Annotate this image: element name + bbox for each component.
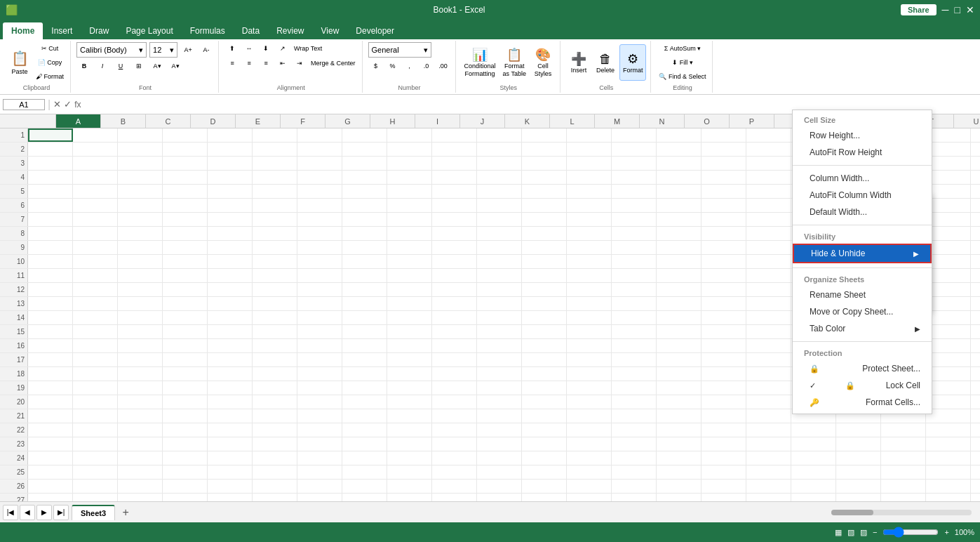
- cell-Q19[interactable]: [746, 381, 791, 395]
- cell-E6[interactable]: [208, 199, 253, 212]
- cell-L8[interactable]: [522, 227, 567, 240]
- sheet-nav-first[interactable]: |◀: [3, 505, 18, 520]
- cell-L19[interactable]: [522, 381, 567, 395]
- cell-Q8[interactable]: [746, 227, 791, 240]
- cell-L23[interactable]: [522, 437, 567, 451]
- cell-L2[interactable]: [522, 143, 567, 156]
- col-header-D[interactable]: D: [191, 114, 236, 128]
- cell-G16[interactable]: [297, 339, 342, 352]
- cell-U4[interactable]: [926, 171, 971, 184]
- cell-B9[interactable]: [73, 241, 118, 254]
- tab-view[interactable]: View: [313, 22, 348, 39]
- cell-O2[interactable]: [657, 143, 702, 156]
- cell-Q25[interactable]: [746, 465, 791, 479]
- sheet-nav-last[interactable]: ▶|: [53, 505, 69, 520]
- font-grow-button[interactable]: A+: [180, 44, 196, 56]
- col-header-U[interactable]: U: [954, 114, 980, 128]
- formula-input[interactable]: [87, 100, 978, 110]
- cell-C27[interactable]: [118, 494, 163, 501]
- cell-U3[interactable]: [926, 157, 971, 170]
- cell-H18[interactable]: [342, 367, 387, 381]
- cell-E22[interactable]: [208, 423, 253, 437]
- cell-U16[interactable]: [926, 339, 971, 352]
- cell-D21[interactable]: [163, 409, 208, 423]
- cell-G14[interactable]: [297, 311, 342, 324]
- cell-G17[interactable]: [297, 353, 342, 366]
- cell-C23[interactable]: [118, 437, 163, 451]
- cell-K1[interactable]: [477, 128, 522, 142]
- cell-Q23[interactable]: [746, 437, 791, 451]
- cell-F10[interactable]: [253, 255, 297, 268]
- cell-N21[interactable]: [612, 409, 657, 423]
- cell-B7[interactable]: [73, 213, 118, 226]
- cell-G18[interactable]: [297, 367, 342, 381]
- cell-K6[interactable]: [477, 199, 522, 212]
- col-header-C[interactable]: C: [146, 114, 191, 128]
- cell-N3[interactable]: [612, 157, 657, 170]
- cell-F18[interactable]: [253, 367, 297, 381]
- cell-U11[interactable]: [926, 269, 971, 282]
- cell-L11[interactable]: [522, 269, 567, 282]
- cell-M11[interactable]: [567, 269, 612, 282]
- cell-M8[interactable]: [567, 227, 612, 240]
- cell-B11[interactable]: [73, 269, 118, 282]
- cell-H14[interactable]: [342, 311, 387, 324]
- cell-I10[interactable]: [387, 255, 432, 268]
- cell-U10[interactable]: [926, 255, 971, 268]
- cell-I25[interactable]: [387, 465, 432, 479]
- cell-M24[interactable]: [567, 451, 612, 465]
- cell-F2[interactable]: [253, 143, 297, 156]
- cell-A1[interactable]: [28, 128, 73, 142]
- cell-U20[interactable]: [926, 395, 971, 409]
- cell-F5[interactable]: [253, 185, 297, 198]
- cell-D11[interactable]: [163, 269, 208, 282]
- cell-I1[interactable]: [387, 128, 432, 142]
- cell-H2[interactable]: [342, 143, 387, 156]
- cell-B15[interactable]: [73, 325, 118, 338]
- cell-M18[interactable]: [567, 367, 612, 381]
- cell-M21[interactable]: [567, 409, 612, 423]
- col-header-N[interactable]: N: [640, 114, 685, 128]
- cell-M2[interactable]: [567, 143, 612, 156]
- cell-P6[interactable]: [702, 199, 746, 212]
- cell-J15[interactable]: [432, 325, 477, 338]
- cell-A2[interactable]: [28, 143, 73, 156]
- cell-J7[interactable]: [432, 213, 477, 226]
- cell-I19[interactable]: [387, 381, 432, 395]
- cell-A27[interactable]: [28, 494, 73, 501]
- cell-M26[interactable]: [567, 480, 612, 493]
- cell-P24[interactable]: [702, 451, 746, 465]
- border-button[interactable]: ⊞: [131, 60, 147, 72]
- cell-G26[interactable]: [297, 480, 342, 493]
- cell-U22[interactable]: [926, 423, 971, 437]
- cell-C18[interactable]: [118, 367, 163, 381]
- cell-K26[interactable]: [477, 480, 522, 493]
- cell-P10[interactable]: [702, 255, 746, 268]
- conditional-formatting-button[interactable]: 📊 ConditionalFormatting: [462, 44, 499, 81]
- cell-E26[interactable]: [208, 480, 253, 493]
- row-num-26[interactable]: 26: [0, 480, 28, 493]
- increase-decimal-button[interactable]: .00: [436, 60, 451, 72]
- cell-J27[interactable]: [432, 494, 477, 501]
- tab-insert[interactable]: Insert: [43, 22, 81, 39]
- cell-H21[interactable]: [342, 409, 387, 423]
- align-bottom-button[interactable]: ⬇: [258, 42, 274, 55]
- cell-M4[interactable]: [567, 171, 612, 184]
- cell-K24[interactable]: [477, 451, 522, 465]
- cell-S22[interactable]: [836, 423, 881, 437]
- cell-K3[interactable]: [477, 157, 522, 170]
- cell-F23[interactable]: [253, 437, 297, 451]
- cell-G1[interactable]: [297, 128, 342, 142]
- cell-I6[interactable]: [387, 199, 432, 212]
- cell-B22[interactable]: [73, 423, 118, 437]
- cell-D14[interactable]: [163, 311, 208, 324]
- bold-button[interactable]: B: [76, 60, 92, 72]
- cell-I13[interactable]: [387, 297, 432, 310]
- cell-T23[interactable]: [881, 437, 926, 451]
- cell-J9[interactable]: [432, 241, 477, 254]
- cell-L5[interactable]: [522, 185, 567, 198]
- cell-J6[interactable]: [432, 199, 477, 212]
- cell-S27[interactable]: [836, 494, 881, 501]
- cell-P26[interactable]: [702, 480, 746, 493]
- tab-review[interactable]: Review: [268, 22, 312, 39]
